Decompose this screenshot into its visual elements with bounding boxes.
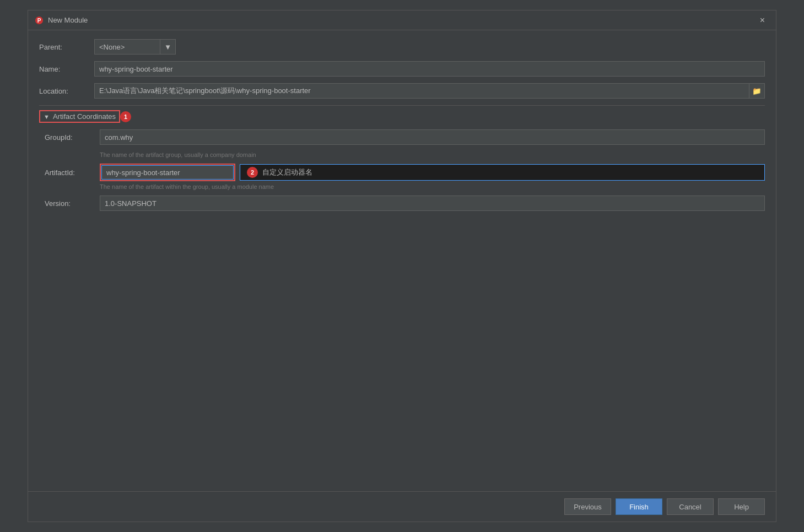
artifact-badge: 1 bbox=[120, 111, 131, 122]
tooltip-text: 自定义启动器名 bbox=[262, 167, 312, 177]
version-row: Version: bbox=[45, 196, 765, 211]
location-browse-button[interactable]: 📁 bbox=[749, 83, 765, 99]
chevron-down-icon: ▼ bbox=[164, 43, 171, 51]
parent-input[interactable] bbox=[94, 39, 160, 55]
finish-button[interactable]: Finish bbox=[616, 498, 662, 515]
divider bbox=[39, 105, 765, 106]
close-button[interactable]: × bbox=[756, 13, 769, 28]
parent-label: Parent: bbox=[39, 43, 94, 51]
dialog-content: Parent: ▼ Name: Location: 📁 bbox=[28, 30, 776, 491]
location-input[interactable] bbox=[94, 83, 749, 99]
groupid-hint: The name of the artifact group, usually … bbox=[100, 151, 765, 158]
title-bar: P New Module × bbox=[28, 10, 776, 30]
folder-icon: 📁 bbox=[752, 87, 762, 95]
location-label: Location: bbox=[39, 87, 94, 95]
artifactid-input-box bbox=[100, 164, 235, 181]
help-button[interactable]: Help bbox=[718, 498, 765, 515]
version-label: Version: bbox=[45, 199, 100, 208]
name-label: Name: bbox=[39, 65, 94, 73]
parent-select-wrapper: ▼ bbox=[94, 39, 176, 55]
version-input[interactable] bbox=[100, 196, 765, 211]
artifact-coordinates-box: ▼ Artifact Coordinates bbox=[39, 110, 120, 123]
artifactid-row: ArtifactId: 2 自定义启动器名 bbox=[45, 164, 765, 181]
app-icon: P bbox=[35, 16, 44, 25]
dialog-title: New Module bbox=[48, 16, 756, 24]
cancel-button[interactable]: Cancel bbox=[667, 498, 714, 515]
expand-icon: ▼ bbox=[44, 113, 50, 120]
location-wrapper: 📁 bbox=[94, 83, 765, 99]
location-row: Location: 📁 bbox=[39, 83, 765, 99]
parent-dropdown-button[interactable]: ▼ bbox=[160, 39, 176, 55]
previous-button[interactable]: Previous bbox=[564, 498, 611, 515]
name-input[interactable] bbox=[94, 61, 765, 77]
artifactid-hint: The name of the artifact within the grou… bbox=[100, 183, 765, 190]
artifact-section-content: GroupId: The name of the artifact group,… bbox=[39, 129, 765, 211]
artifactid-input[interactable] bbox=[101, 165, 234, 180]
new-module-dialog: P New Module × Parent: ▼ Name: Location: bbox=[28, 10, 776, 522]
artifact-tooltip: 2 自定义启动器名 bbox=[240, 164, 765, 181]
groupid-row: GroupId: bbox=[45, 129, 765, 145]
parent-row: Parent: ▼ bbox=[39, 39, 765, 55]
artifact-tooltip-wrapper: 2 自定义启动器名 bbox=[240, 164, 765, 181]
name-row: Name: bbox=[39, 61, 765, 77]
groupid-input[interactable] bbox=[100, 129, 765, 145]
artifact-coordinates-title: Artifact Coordinates bbox=[53, 112, 116, 121]
tooltip-badge: 2 bbox=[247, 167, 258, 178]
svg-text:P: P bbox=[37, 18, 41, 24]
dialog-footer: Previous Finish Cancel Help bbox=[28, 491, 776, 522]
artifactid-label: ArtifactId: bbox=[45, 169, 100, 177]
groupid-label: GroupId: bbox=[45, 133, 100, 142]
artifact-coordinates-section-header[interactable]: ▼ Artifact Coordinates 1 bbox=[39, 110, 765, 123]
